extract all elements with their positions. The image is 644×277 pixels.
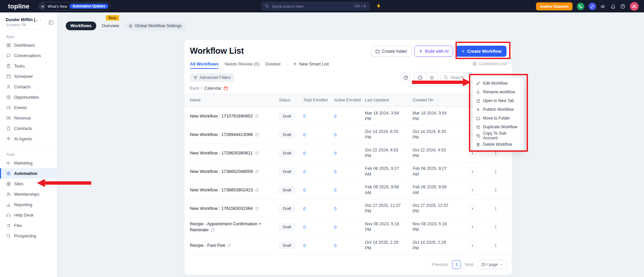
advanced-filters-button[interactable]: Advanced Filters bbox=[190, 73, 234, 82]
external-link-icon[interactable] bbox=[255, 151, 259, 155]
help-icon[interactable] bbox=[620, 3, 626, 9]
active-enrolled-value[interactable]: 0 bbox=[334, 151, 365, 156]
total-enrolled-value[interactable]: 0 bbox=[303, 225, 334, 230]
active-enrolled-value[interactable]: 0 bbox=[334, 243, 365, 248]
tab-global-workflow-settings[interactable]: Global Workflow Settings bbox=[124, 21, 185, 30]
dashboard-icon bbox=[6, 43, 11, 48]
breadcrumb-back[interactable]: Back bbox=[190, 86, 199, 91]
workflow-name[interactable]: New Workflow : 1738852048559 bbox=[190, 169, 253, 174]
total-enrolled-value[interactable]: 0 bbox=[303, 114, 334, 119]
paintbrush-icon[interactable] bbox=[589, 3, 596, 10]
sidebar-item-marketing[interactable]: Marketing bbox=[0, 158, 57, 168]
sidebar-item-label: AI Agents bbox=[14, 137, 32, 141]
row-actions-menu[interactable] bbox=[491, 167, 500, 176]
sidebar-item-conversations[interactable]: Conversations bbox=[0, 50, 57, 61]
external-link-icon[interactable] bbox=[255, 114, 259, 118]
sidebar-item-revenue[interactable]: Revenue bbox=[0, 113, 57, 123]
external-link-icon[interactable] bbox=[255, 133, 259, 137]
total-enrolled-value[interactable]: 0 bbox=[303, 132, 334, 137]
last-updated-value: Feb 06 2025, 9:56 AM bbox=[365, 184, 405, 196]
total-enrolled-value[interactable]: 0 bbox=[303, 243, 334, 248]
total-enrolled-value[interactable]: 0 bbox=[303, 151, 334, 156]
tab-needs-review[interactable]: Needs Review (0) bbox=[225, 58, 259, 70]
external-link-icon[interactable] bbox=[211, 228, 215, 232]
breadcrumb-separator: / bbox=[201, 86, 202, 91]
sidebar-item-reporting[interactable]: Reporting bbox=[0, 199, 57, 210]
sidebar-item-label: Dashboard bbox=[14, 43, 35, 48]
row-actions-menu[interactable] bbox=[491, 186, 500, 194]
phone-icon[interactable] bbox=[577, 3, 584, 10]
whats-new-button[interactable]: What's New Automation Updates bbox=[38, 2, 111, 10]
tab-all-workflows[interactable]: All Workflows bbox=[190, 58, 219, 70]
next-page-button[interactable]: Next bbox=[465, 262, 474, 267]
sidebar-item-opportunities[interactable]: Opportunities bbox=[0, 92, 57, 102]
sidebar-item-contracts[interactable]: Contracts bbox=[0, 123, 57, 134]
build-with-ai-button[interactable]: Build with AI bbox=[414, 46, 453, 57]
sliders-icon bbox=[6, 223, 11, 228]
notifications-bell-icon[interactable] bbox=[610, 3, 616, 9]
row-expand-chevron[interactable] bbox=[468, 223, 477, 231]
sidebar-item-contacts[interactable]: Contacts bbox=[0, 82, 57, 92]
sidebar-item-ai-agents[interactable]: AI Agents bbox=[0, 134, 57, 144]
sidebar-item-scheduler[interactable]: Scheduler bbox=[0, 71, 57, 82]
collapse-sidebar-icon[interactable] bbox=[48, 19, 54, 25]
row-actions-menu[interactable] bbox=[491, 223, 500, 231]
tab-workflows[interactable]: Workflows bbox=[66, 21, 96, 30]
workflow-name[interactable]: New Workflow : 1761583032364 bbox=[190, 206, 253, 211]
active-enrolled-value[interactable]: 0 bbox=[334, 188, 365, 193]
row-actions-menu[interactable] bbox=[491, 204, 500, 213]
new-smart-list-button[interactable]: New Smart List bbox=[293, 61, 329, 66]
total-enrolled-value[interactable]: 0 bbox=[303, 188, 334, 193]
page-number[interactable]: 1 bbox=[452, 260, 461, 269]
active-enrolled-value[interactable]: 0 bbox=[334, 206, 365, 211]
workflow-name[interactable]: New Workflow : 1729630380621 bbox=[190, 150, 253, 155]
support-button[interactable]: topline Support bbox=[536, 2, 573, 10]
row-expand-chevron[interactable] bbox=[468, 204, 477, 213]
sidebar-item-flex[interactable]: Flex bbox=[0, 220, 57, 231]
sidebar-item-memberships[interactable]: Memberships bbox=[0, 189, 57, 199]
workflow-name[interactable]: New Workflow : 1728944413066 bbox=[190, 132, 253, 137]
active-enrolled-value[interactable]: 0 bbox=[334, 225, 365, 230]
external-link-icon[interactable] bbox=[255, 188, 259, 192]
workflow-name[interactable]: Recipe - Fast Five bbox=[190, 243, 225, 248]
workflow-name[interactable]: New Workflow : 1710791690652 bbox=[190, 113, 253, 119]
external-link-icon[interactable] bbox=[227, 243, 231, 247]
total-enrolled-value[interactable]: 0 bbox=[303, 169, 334, 174]
sidebar-item-tasks[interactable]: Tasks bbox=[0, 61, 57, 71]
list-tabs: All Workflows Needs Review (0) Deleted N… bbox=[184, 58, 512, 70]
sparkle-icon bbox=[419, 49, 423, 53]
sidebar-item-events[interactable]: Events bbox=[0, 102, 57, 113]
external-link-icon[interactable] bbox=[255, 206, 259, 211]
active-enrolled-value[interactable]: 0 bbox=[334, 114, 365, 119]
row-expand-chevron[interactable] bbox=[468, 167, 477, 176]
tab-deleted[interactable]: Deleted bbox=[265, 58, 280, 70]
active-enrolled-value[interactable]: 0 bbox=[334, 169, 365, 174]
account-name: Dunder Mifflin [... bbox=[6, 17, 38, 22]
workflow-name[interactable]: Recipe - Appointment Confirmation + Remi… bbox=[190, 221, 261, 232]
sidebar-item-prospecting[interactable]: Prospecting bbox=[0, 231, 57, 241]
total-enrolled-value[interactable]: 0 bbox=[303, 206, 334, 211]
external-link-icon[interactable] bbox=[255, 170, 259, 174]
create-folder-button[interactable]: Create folder bbox=[371, 46, 412, 57]
sidebar-item-automation[interactable]: Automation bbox=[0, 168, 57, 179]
row-expand-chevron[interactable] bbox=[468, 241, 477, 250]
workflow-name[interactable]: New Workflow : 1738853802423 bbox=[190, 187, 253, 192]
user-avatar[interactable]: JC bbox=[630, 2, 639, 11]
row-actions-menu[interactable] bbox=[491, 241, 500, 250]
customize-list-button[interactable]: Customize List bbox=[472, 61, 506, 66]
account-switcher[interactable]: Dunder Mifflin [... Scranton, PA bbox=[3, 15, 46, 29]
sidebar-item-help-desk[interactable]: Help Desk bbox=[0, 210, 57, 220]
announcements-megaphone-icon[interactable] bbox=[600, 3, 606, 9]
sidebar-item-label: Automation bbox=[14, 171, 37, 176]
breadcrumb-current[interactable]: Calendar bbox=[204, 86, 221, 91]
chevron-right-icon bbox=[470, 225, 475, 229]
global-search-input[interactable] bbox=[262, 2, 370, 10]
row-expand-chevron[interactable] bbox=[468, 186, 477, 194]
sidebar-item-dashboard[interactable]: Dashboard bbox=[0, 40, 57, 50]
active-enrolled-value[interactable]: 0 bbox=[334, 132, 365, 137]
previous-page-button[interactable]: Previous bbox=[432, 262, 448, 267]
history-button[interactable] bbox=[400, 73, 411, 83]
tab-overview[interactable]: Overview bbox=[100, 21, 120, 30]
lightning-icon[interactable] bbox=[376, 3, 382, 10]
page-size-select[interactable]: 25 / page bbox=[478, 260, 506, 269]
